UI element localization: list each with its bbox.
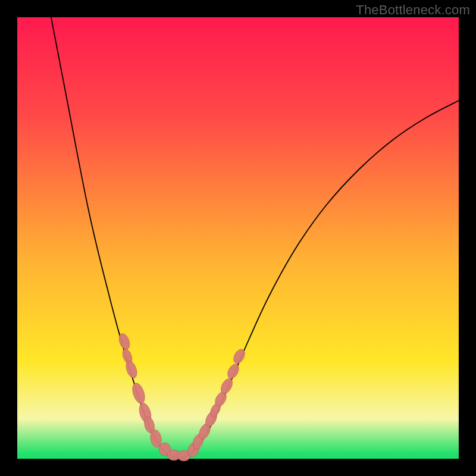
plot-area [17,17,459,459]
data-blob [130,381,147,405]
chart-svg [17,17,459,459]
data-point-blobs [117,332,247,461]
watermark-text: TheBottleneck.com [356,2,470,18]
bottleneck-curve [49,5,459,458]
chart-frame: TheBottleneck.com [0,0,476,476]
data-blob [226,362,241,380]
